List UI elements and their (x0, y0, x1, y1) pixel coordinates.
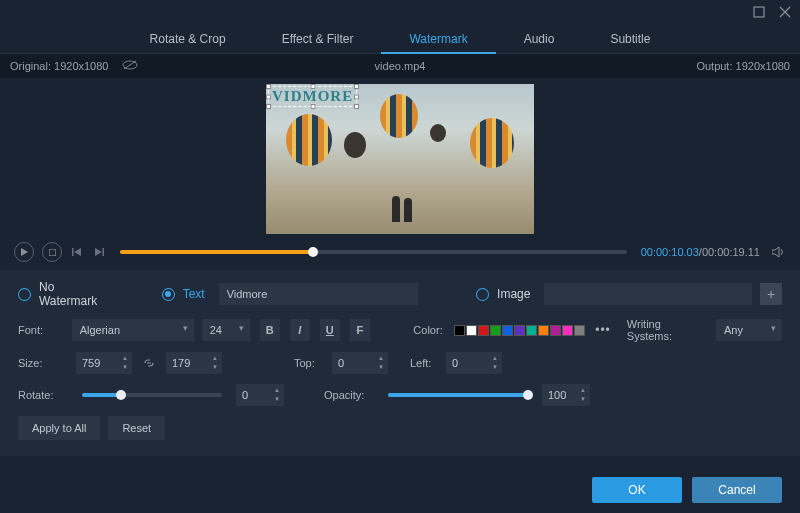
left-down[interactable]: ▼ (490, 362, 500, 371)
output-resolution: Output: 1920x1080 (696, 60, 790, 72)
rotate-label: Rotate: (18, 389, 68, 401)
radio-image-watermark[interactable] (476, 288, 489, 301)
underline-button[interactable]: U (320, 319, 340, 341)
left-up[interactable]: ▲ (490, 353, 500, 362)
svg-rect-0 (754, 7, 764, 17)
text-watermark-label: Text (183, 287, 205, 301)
prev-frame-button[interactable] (70, 242, 84, 262)
svg-rect-8 (72, 248, 74, 256)
radio-no-watermark[interactable] (18, 288, 31, 301)
top-down[interactable]: ▼ (376, 362, 386, 371)
opacity-down[interactable]: ▼ (578, 394, 588, 403)
font-label: Font: (18, 324, 64, 336)
color-swatch[interactable] (526, 325, 537, 336)
playback-progress[interactable] (120, 250, 627, 254)
watermark-image-input[interactable] (544, 283, 752, 305)
writing-systems-select[interactable]: Any (716, 319, 782, 341)
more-colors-button[interactable]: ••• (595, 323, 611, 337)
color-swatch[interactable] (550, 325, 561, 336)
color-swatch[interactable] (538, 325, 549, 336)
link-aspect-icon[interactable] (142, 357, 156, 369)
ok-button[interactable]: OK (592, 477, 682, 503)
svg-marker-7 (74, 248, 81, 256)
editor-tabs: Rotate & Crop Effect & Filter Watermark … (0, 24, 800, 54)
reset-button[interactable]: Reset (108, 416, 165, 440)
tab-effect-filter[interactable]: Effect & Filter (254, 24, 382, 54)
height-down[interactable]: ▼ (210, 362, 220, 371)
size-label: Size: (18, 357, 68, 369)
color-swatch[interactable] (562, 325, 573, 336)
tab-rotate-crop[interactable]: Rotate & Crop (122, 24, 254, 54)
opacity-slider[interactable] (388, 393, 528, 397)
italic-button[interactable]: I (290, 319, 310, 341)
watermark-text-input[interactable] (219, 283, 419, 305)
left-label: Left: (410, 357, 438, 369)
svg-marker-11 (772, 247, 779, 257)
svg-marker-5 (21, 248, 28, 256)
rotate-slider[interactable] (82, 393, 222, 397)
width-down[interactable]: ▼ (120, 362, 130, 371)
no-watermark-label: No Watermark (39, 280, 116, 308)
height-up[interactable]: ▲ (210, 353, 220, 362)
maximize-button[interactable] (752, 5, 766, 19)
apply-to-all-button[interactable]: Apply to All (18, 416, 100, 440)
width-up[interactable]: ▲ (120, 353, 130, 362)
rotate-down[interactable]: ▼ (272, 394, 282, 403)
svg-rect-10 (103, 248, 105, 256)
font-family-select[interactable]: Algerian (72, 319, 194, 341)
video-preview[interactable]: VIDMORE (266, 84, 534, 234)
writing-systems-label: Writing Systems: (627, 318, 702, 342)
tab-subtitle[interactable]: Subtitle (582, 24, 678, 54)
cancel-button[interactable]: Cancel (692, 477, 782, 503)
stop-button[interactable] (42, 242, 62, 262)
preview-visibility-icon[interactable] (122, 60, 138, 72)
color-swatches (454, 325, 585, 336)
opacity-label: Opacity: (324, 389, 374, 401)
watermark-text-overlay: VIDMORE (272, 88, 353, 104)
bold-button[interactable]: B (260, 319, 280, 341)
play-button[interactable] (14, 242, 34, 262)
playback-time: 00:00:10.03/00:00:19.11 (641, 246, 760, 258)
color-swatch[interactable] (454, 325, 465, 336)
color-swatch[interactable] (466, 325, 477, 336)
svg-rect-6 (49, 249, 56, 256)
volume-icon[interactable] (772, 246, 786, 258)
add-image-button[interactable]: + (760, 283, 782, 305)
font-size-select[interactable]: 24 (202, 319, 250, 341)
filename-label: video.mp4 (375, 60, 426, 72)
close-button[interactable] (778, 5, 792, 19)
strikethrough-button[interactable]: F (350, 319, 370, 341)
tab-audio[interactable]: Audio (496, 24, 583, 54)
color-swatch[interactable] (478, 325, 489, 336)
top-label: Top: (294, 357, 324, 369)
rotate-up[interactable]: ▲ (272, 385, 282, 394)
image-watermark-label: Image (497, 287, 530, 301)
top-up[interactable]: ▲ (376, 353, 386, 362)
radio-text-watermark[interactable] (162, 288, 175, 301)
color-swatch[interactable] (514, 325, 525, 336)
color-swatch[interactable] (490, 325, 501, 336)
tab-watermark[interactable]: Watermark (381, 24, 495, 54)
color-label: Color: (413, 324, 446, 336)
color-swatch[interactable] (574, 325, 585, 336)
color-swatch[interactable] (502, 325, 513, 336)
watermark-bounding-box[interactable]: VIDMORE (268, 86, 357, 107)
svg-marker-9 (95, 248, 102, 256)
next-frame-button[interactable] (92, 242, 106, 262)
opacity-up[interactable]: ▲ (578, 385, 588, 394)
original-resolution: Original: 1920x1080 (10, 60, 138, 72)
